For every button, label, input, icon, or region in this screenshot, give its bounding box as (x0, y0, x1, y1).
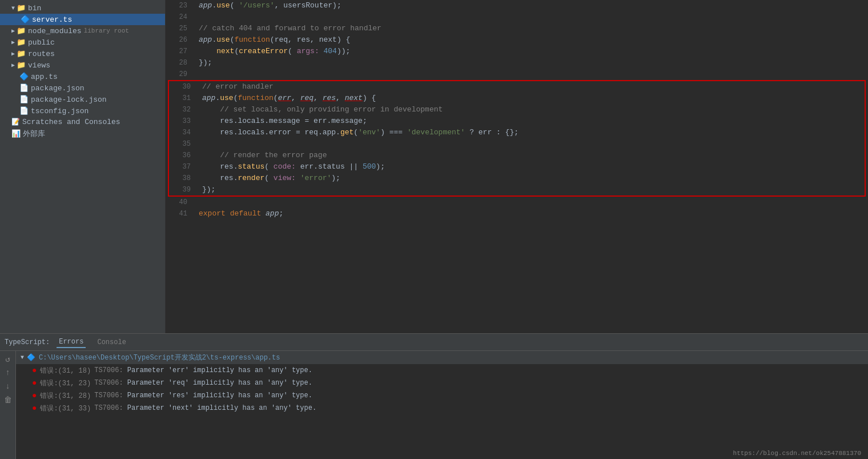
code-line: 28}); (166, 57, 868, 69)
tool-btn-2[interactable]: ↑ (2, 367, 14, 378)
error-code: TS7006: (94, 379, 123, 387)
error-row[interactable]: ●错误:(31, 28)TS7006: Parameter 'res' impl… (16, 389, 868, 402)
sidebar-item-app-ts[interactable]: 🔷 app.ts (0, 71, 165, 82)
bottom-content: ↺ ↑ ↓ 🗑 ▼ 🔷 C:\Users\hasee\Desktop\TypeS… (0, 351, 868, 459)
tab-console[interactable]: Console (95, 337, 128, 348)
error-icon: ● (32, 391, 37, 400)
tool-btn-1[interactable]: ↺ (2, 353, 14, 365)
line-number: 37 (169, 161, 198, 173)
json-file-icon: 📄 (19, 106, 29, 115)
code-line: 38 res.render( view: 'error'); (169, 173, 865, 184)
json-file-icon: 📄 (19, 83, 29, 93)
code-line: 31app.use(function(err, req, res, next) … (169, 93, 865, 104)
error-msg: Parameter 'req' implicitly has an 'any' … (127, 379, 312, 387)
error-icon: ● (32, 404, 37, 413)
line-number: 25 (166, 23, 194, 34)
code-line: 26app.use(function(req, res, next) { (166, 34, 868, 46)
error-pos: 错误:(31, 23) (40, 378, 91, 388)
error-msg: Parameter 'res' implicitly has an 'any' … (127, 392, 312, 400)
code-line: 35 (169, 138, 865, 150)
extlib-icon: 📊 (11, 129, 21, 138)
sidebar-item-views[interactable]: ▶ 📁 views (0, 59, 165, 71)
line-number: 29 (166, 69, 194, 80)
code-line: 37 res.status( code: err.status || 500); (169, 161, 865, 173)
error-row[interactable]: ●错误:(31, 23)TS7006: Parameter 'req' impl… (16, 377, 868, 389)
arrow-icon: ▶ (11, 62, 15, 69)
bottom-url: https://blog.csdn.net/ok2547881370 (733, 450, 861, 457)
line-content: }); (194, 57, 868, 69)
sidebar-item-routes[interactable]: ▶ 📁 routes (0, 48, 165, 59)
arrow-icon: ▶ (11, 50, 15, 57)
sidebar-item-tsconfig-json[interactable]: 📄 tsconfig.json (0, 105, 165, 117)
code-line: 41export default app; (166, 208, 868, 219)
line-number: 41 (166, 208, 194, 219)
error-row[interactable]: ●错误:(31, 33)TS7006: Parameter 'next' imp… (16, 402, 868, 414)
sidebar-item-label: routes (28, 50, 55, 58)
code-line: 24 (166, 11, 868, 23)
line-content: app.use( '/users', usersRouter); (194, 0, 868, 11)
arrow-icon: ▼ (11, 5, 15, 11)
sidebar-item-bin[interactable]: ▼ 📁 bin (0, 2, 165, 14)
code-line: 29 (166, 69, 868, 80)
tool-btn-3[interactable]: ↓ (2, 381, 14, 392)
arrow-icon: ▼ (21, 354, 24, 361)
sidebar-item-scratches[interactable]: 📝 Scratches and Consoles (0, 117, 165, 127)
folder-icon: 📁 (17, 38, 26, 47)
line-number: 40 (166, 197, 194, 208)
sidebar-item-label: bin (28, 4, 41, 13)
sidebar-item-node-modules[interactable]: ▶ 📁 node_modules library root (0, 25, 165, 37)
code-line: 25// catch 404 and forward to error hand… (166, 23, 868, 34)
line-number: 23 (166, 0, 194, 11)
sidebar-item-label: public (28, 38, 55, 47)
tab-errors[interactable]: Errors (57, 337, 86, 348)
line-content: next(createError( args: 404)); (194, 46, 868, 57)
error-file-header[interactable]: ▼ 🔷 C:\Users\hasee\Desktop\TypeScript开发实… (16, 351, 868, 364)
tool-btn-4[interactable]: 🗑 (2, 394, 14, 406)
sidebar-item-extlib[interactable]: 📊 外部库 (0, 127, 165, 140)
line-content: res.locals.error = req.app.get('env') ==… (198, 127, 865, 138)
sidebar-item-scratches-label: Scratches and Consoles (22, 118, 120, 126)
error-code: TS7006: (94, 404, 123, 412)
sidebar-item-package-lock-json[interactable]: 📄 package-lock.json (0, 94, 165, 105)
error-rows: ●错误:(31, 18)TS7006: Parameter 'err' impl… (16, 364, 868, 414)
line-content: res.render( view: 'error'); (198, 173, 865, 184)
line-number: 39 (169, 184, 198, 195)
line-content: res.locals.message = err.message; (198, 115, 865, 127)
bottom-panel: TypeScript: Errors Console ↺ ↑ ↓ 🗑 ▼ 🔷 C… (0, 333, 868, 459)
line-content: // error handler (198, 81, 865, 93)
code-line: 33 res.locals.message = err.message; (169, 115, 865, 127)
line-content: // render the error page (198, 150, 865, 161)
code-line: 32 // set locals, only providing error i… (169, 104, 865, 115)
line-number: 32 (169, 104, 198, 115)
main-area: ▼ 📁 bin 🔷 server.ts ▶ 📁 node_modules lib… (0, 0, 868, 333)
sidebar-item-label: package-lock.json (31, 95, 107, 104)
code-line: 40 (166, 197, 868, 208)
tab-prefix: TypeScript: (5, 338, 50, 346)
error-icon: ● (32, 366, 37, 375)
ts-file-icon: 🔷 (21, 15, 30, 24)
sidebar-item-label: app.ts (31, 73, 58, 81)
error-pos: 错误:(31, 28) (40, 391, 91, 401)
line-content: app.use(function(req, res, next) { (194, 34, 868, 46)
sidebar-item-package-json[interactable]: 📄 package.json (0, 82, 165, 94)
sidebar-item-public[interactable]: ▶ 📁 public (0, 37, 165, 48)
line-number: 26 (166, 34, 194, 46)
error-row[interactable]: ●错误:(31, 18)TS7006: Parameter 'err' impl… (16, 364, 868, 377)
line-content: // set locals, only providing error in d… (198, 104, 865, 115)
error-msg: Parameter 'next' implicitly has an 'any'… (127, 404, 316, 412)
sidebar-item-server-ts[interactable]: 🔷 server.ts (0, 14, 165, 25)
sidebar-item-label: package.json (31, 84, 85, 93)
error-file-path: C:\Users\hasee\Desktop\TypeScript开发实战2\t… (39, 353, 280, 362)
code-line: 36 // render the error page (169, 150, 865, 161)
sidebar-item-label: node_modules (28, 27, 82, 35)
ts-file-icon: 🔷 (19, 72, 29, 81)
code-editor[interactable]: 23app.use( '/users', usersRouter);2425//… (166, 0, 868, 333)
error-file-icon: 🔷 (27, 353, 35, 362)
line-number: 35 (169, 138, 198, 150)
code-line: 27 next(createError( args: 404)); (166, 46, 868, 57)
line-content: res.status( code: err.status || 500); (198, 161, 865, 173)
error-code: TS7006: (94, 392, 123, 400)
error-msg: Parameter 'err' implicitly has an 'any' … (127, 366, 312, 374)
arrow-icon: ▶ (11, 39, 15, 46)
code-lines: 23app.use( '/users', usersRouter);2425//… (166, 0, 868, 219)
